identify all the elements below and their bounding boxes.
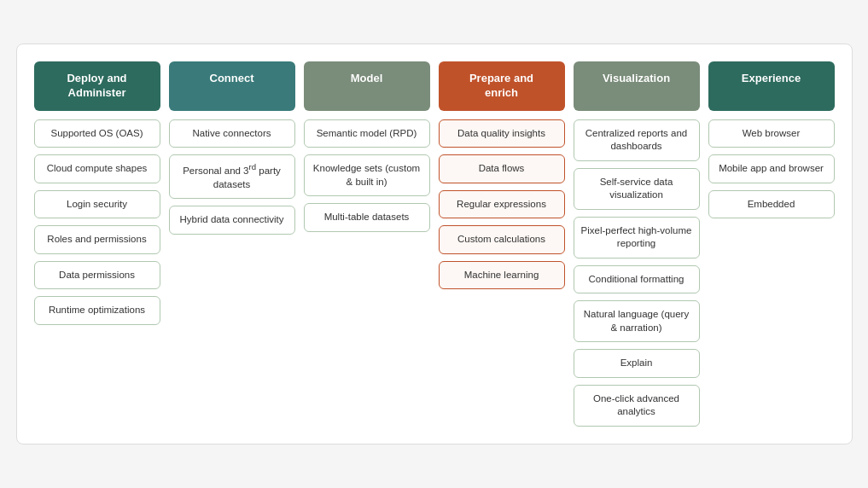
header-connect: Connect [169, 61, 295, 111]
list-item: Runtime optimizations [34, 296, 160, 325]
list-item: Knowledge sets (custom & built in) [304, 154, 430, 196]
col-experience: Web browser Mobile app and browser Embed… [708, 119, 835, 427]
feature-grid: Deploy andAdminister Connect Model Prepa… [34, 61, 835, 427]
list-item: Web browser [708, 119, 835, 148]
list-item: Data flows [439, 154, 565, 183]
list-item: Personal and 3rd party datasets [169, 154, 295, 199]
list-item: Multi-table datasets [304, 203, 430, 232]
header-model: Model [304, 61, 430, 111]
list-item: Mobile app and browser [708, 154, 835, 183]
list-item: Cloud compute shapes [34, 154, 160, 183]
list-item: Pixel-perfect high-volume reporting [574, 217, 700, 259]
list-item: Explain [574, 349, 700, 378]
main-container: Deploy andAdminister Connect Model Prepa… [16, 44, 853, 444]
list-item: Machine learning [439, 261, 565, 290]
list-item: Native connectors [169, 119, 295, 148]
list-item: Custom calculations [439, 225, 565, 254]
list-item: Embedded [708, 190, 835, 219]
col-connect: Native connectors Personal and 3rd party… [169, 119, 295, 427]
list-item: Natural language (query & narration) [574, 300, 700, 342]
list-item: One-click advanced analytics [574, 385, 700, 427]
col-prepare: Data quality insights Data flows Regular… [439, 119, 565, 427]
list-item: Supported OS (OAS) [34, 119, 160, 148]
header-deploy: Deploy andAdminister [34, 61, 160, 111]
header-prepare: Prepare andenrich [439, 61, 565, 111]
col-viz: Centralized reports and dashboards Self-… [574, 119, 700, 427]
col-deploy: Supported OS (OAS) Cloud compute shapes … [34, 119, 160, 427]
list-item: Regular expressions [439, 190, 565, 219]
header-viz: Visualization [574, 61, 700, 111]
header-experience: Experience [708, 61, 835, 111]
list-item: Conditional formatting [574, 265, 700, 294]
list-item: Hybrid data connectivity [169, 206, 295, 235]
list-item: Centralized reports and dashboards [574, 119, 700, 161]
list-item: Data permissions [34, 261, 160, 290]
list-item: Data quality insights [439, 119, 565, 148]
list-item: Login security [34, 190, 160, 219]
list-item: Self-service data visualization [574, 168, 700, 210]
list-item: Roles and permissions [34, 225, 160, 254]
col-model: Semantic model (RPD) Knowledge sets (cus… [304, 119, 430, 427]
list-item: Semantic model (RPD) [304, 119, 430, 148]
